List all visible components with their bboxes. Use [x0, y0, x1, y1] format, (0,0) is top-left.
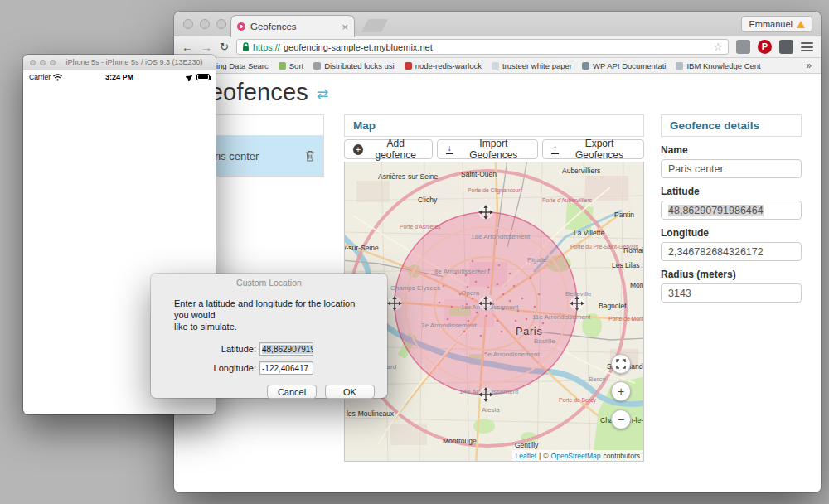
dialog-latitude-value: 48,862907919: [262, 345, 313, 354]
fullscreen-button[interactable]: [611, 354, 631, 374]
dialog-longitude-input[interactable]: -122,406417: [259, 361, 313, 375]
delete-geofence-icon[interactable]: [305, 150, 315, 162]
map-label: Clichy: [418, 196, 438, 204]
close-window-button[interactable]: [30, 60, 36, 65]
minimize-window-button[interactable]: [200, 19, 210, 29]
map-label: 5e Arrondissement: [484, 351, 540, 358]
map-toolbar: + Add geofence ↓ Import Geofences ↑ Expo…: [344, 139, 644, 159]
bookmark-star-icon[interactable]: ☆: [713, 41, 723, 53]
zoom-out-button[interactable]: −: [611, 410, 631, 429]
bookmark-favicon-icon: [492, 62, 499, 70]
dialog-longitude-label: Longitude:: [214, 363, 256, 373]
map-label: 11e Arrondissement: [532, 313, 591, 321]
longitude-value: 2,346782684326172: [668, 246, 764, 258]
bookmarks-overflow-icon[interactable]: »: [806, 60, 812, 71]
new-tab-button[interactable]: [361, 19, 389, 32]
bookmark-item[interactable]: Sort: [279, 61, 303, 70]
dialog-latitude-label: Latitude:: [221, 344, 256, 354]
extension-icon[interactable]: [779, 40, 793, 54]
bookmark-favicon-icon: [405, 62, 412, 70]
map-label: Porte d'Asnières: [400, 224, 441, 230]
dialog-longitude-value: -122,406417: [262, 364, 308, 373]
name-input[interactable]: Paris center: [661, 159, 802, 178]
details-panel-title: Geofence details: [670, 119, 759, 132]
close-window-button[interactable]: [183, 19, 193, 29]
latitude-value: 48,86290791986464: [668, 205, 764, 216]
map[interactable]: Asnières-sur-Seine Saint-Ouen Aubervilli…: [344, 162, 644, 462]
bookmark-label: IBM Knowledge Cent: [686, 61, 760, 70]
latitude-row: Latitude: 48,862907919: [151, 342, 387, 356]
address-bar[interactable]: https://geofencing-sample-et.mybluemix.n…: [236, 39, 729, 55]
map-tiles: Asnières-sur-Seine Saint-Ouen Aubervilli…: [345, 162, 644, 462]
openstreetmap-link[interactable]: OpenStreetMap: [551, 452, 601, 460]
bookmarks-bar: Powering Data Searc Sort Distributed loc…: [174, 58, 821, 74]
menu-icon[interactable]: [801, 42, 813, 51]
tab-title: Geofences: [250, 22, 337, 32]
bookmark-favicon-icon: [676, 62, 683, 70]
cancel-button[interactable]: Cancel: [267, 385, 317, 399]
map-label: 8e Arrondissement: [434, 268, 490, 275]
tab-close-icon[interactable]: ×: [342, 21, 348, 33]
ok-button[interactable]: OK: [325, 385, 375, 399]
name-value: Paris center: [668, 163, 724, 175]
browser-window: Geofences × Emmanuel ← → ↻ https://geofe…: [174, 12, 821, 492]
url-scheme: https://: [253, 42, 280, 52]
latitude-label: Latitude: [661, 186, 802, 197]
add-geofence-button[interactable]: + Add geofence: [344, 139, 433, 159]
map-label: Saint-Ouen: [461, 170, 497, 178]
zoom-window-button[interactable]: [50, 60, 56, 65]
desktop: Geofences × Emmanuel ← → ↻ https://geofe…: [0, 0, 829, 504]
dialog-title: Custom Location: [151, 278, 387, 288]
extension-icon[interactable]: [736, 40, 750, 54]
radius-input[interactable]: 3143: [661, 284, 802, 303]
back-button[interactable]: ←: [182, 41, 193, 53]
map-label: Porte d'Aubervilliers: [542, 197, 593, 203]
tab-favicon-icon: [237, 22, 245, 31]
bookmark-item[interactable]: trusteer white paper: [492, 61, 572, 70]
window-controls: [183, 19, 226, 29]
map-label: Montreuil: [630, 281, 644, 289]
dialog-buttons: Cancel OK: [151, 385, 387, 399]
map-label: Neuilly-sur-Seine: [345, 244, 379, 252]
dialog-latitude-input[interactable]: 48,862907919: [259, 342, 313, 356]
map-label: Aubervilliers: [562, 167, 600, 175]
map-attribution: Leaflet | © OpenStreetMap contributors: [512, 450, 643, 461]
map-label: Alesia: [482, 406, 500, 414]
bookmark-item[interactable]: Distributed locks usi: [313, 61, 394, 70]
minimize-window-button[interactable]: [40, 60, 46, 65]
simulator-titlebar[interactable]: iPhone 5s - iPhone 5s / iOS 9.3 (13E230): [23, 55, 216, 70]
bookmark-favicon-icon: [279, 62, 286, 70]
browser-tab[interactable]: Geofences ×: [230, 15, 355, 37]
bookmark-favicon-icon: [313, 62, 321, 70]
zoom-in-button[interactable]: +: [611, 381, 631, 401]
zoom-window-button[interactable]: [216, 19, 226, 29]
import-geofences-button[interactable]: ↓ Import Geofences: [437, 139, 538, 159]
profile-chip[interactable]: Emmanuel: [741, 16, 812, 32]
bookmark-item[interactable]: node-redis-warlock: [405, 61, 482, 70]
details-panel-header: Geofence details: [661, 114, 802, 137]
reload-button[interactable]: ↻: [220, 41, 229, 52]
forward-button[interactable]: →: [201, 41, 212, 53]
map-label: Champs Elysees: [390, 284, 440, 292]
pinterest-extension-icon[interactable]: P: [758, 40, 772, 54]
custom-location-dialog: Custom Location Enter a latitude and lon…: [151, 274, 387, 398]
map-label: Montrouge: [443, 437, 477, 445]
export-geofences-button[interactable]: ↑ Export Geofences: [542, 139, 644, 159]
refresh-geofences-icon[interactable]: ⇄: [317, 85, 328, 103]
map-label: Paris: [516, 326, 542, 337]
bookmark-label: Sort: [289, 61, 303, 70]
latitude-input[interactable]: 48,86290791986464: [661, 201, 802, 220]
plus-icon: +: [353, 144, 363, 155]
longitude-input[interactable]: 2,346782684326172: [661, 242, 802, 261]
dialog-message: Enter a latitude and longitude for the l…: [174, 298, 369, 332]
map-label: Bastille: [534, 337, 555, 345]
longitude-row: Longitude: -122,406417: [151, 361, 387, 375]
map-label: Porte de Clignancourt: [468, 187, 522, 194]
map-label: Issy-les-Moulineaux: [345, 410, 395, 418]
bookmark-item[interactable]: WP API Documentati: [582, 61, 667, 70]
battery-icon: [196, 74, 210, 80]
location-services-icon: [186, 74, 193, 81]
url-host: geofencing-sample-et.mybluemix.net: [284, 42, 433, 52]
leaflet-link[interactable]: Leaflet: [516, 452, 537, 460]
bookmark-item[interactable]: IBM Knowledge Cent: [676, 61, 760, 70]
